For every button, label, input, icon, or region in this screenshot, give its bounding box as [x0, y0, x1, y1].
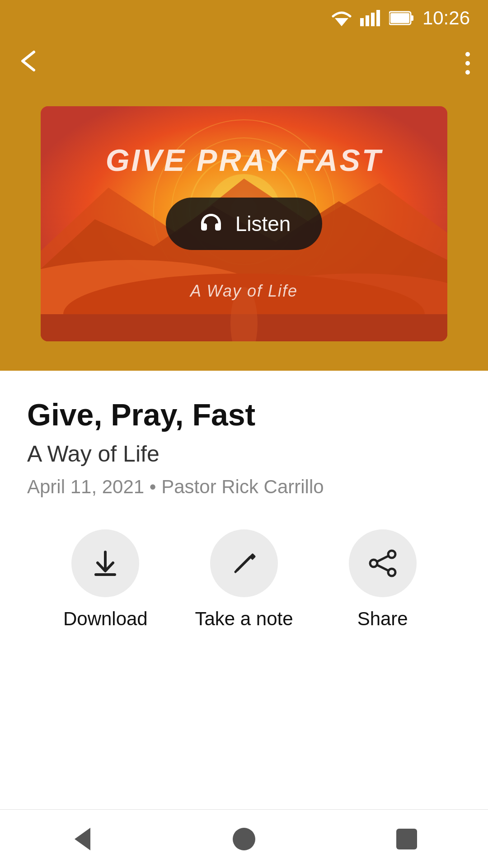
svg-marker-0 [335, 18, 348, 26]
status-icons: 10:26 [331, 7, 470, 29]
svg-rect-1 [360, 18, 364, 26]
note-circle [210, 529, 278, 597]
signal-icon [360, 10, 381, 26]
svg-line-22 [237, 557, 250, 570]
download-circle [71, 529, 139, 597]
svg-point-24 [388, 551, 395, 558]
dot [465, 61, 470, 66]
svg-rect-7 [390, 13, 409, 23]
sermon-date: April 11, 2021 [27, 476, 144, 497]
content-section: Give, Pray, Fast A Way of Life April 11,… [0, 371, 488, 652]
svg-marker-29 [75, 828, 90, 850]
home-nav-icon [228, 823, 260, 855]
actions-row: Download Take a note [27, 529, 461, 630]
note-icon [228, 547, 260, 579]
sermon-title: Give, Pray, Fast [27, 398, 461, 432]
svg-rect-3 [371, 13, 375, 26]
nav-home-button[interactable] [228, 823, 260, 855]
status-bar: 10:26 [0, 0, 488, 36]
svg-line-27 [377, 556, 388, 561]
note-label: Take a note [195, 608, 293, 630]
dot [465, 52, 470, 57]
svg-point-30 [233, 828, 255, 850]
status-time: 10:26 [422, 7, 470, 29]
meta-separator: • [150, 476, 161, 497]
dot [465, 70, 470, 75]
svg-rect-6 [411, 15, 413, 21]
take-note-action[interactable]: Take a note [175, 529, 314, 630]
download-label: Download [63, 608, 148, 630]
svg-point-25 [388, 569, 395, 576]
share-icon [367, 547, 399, 579]
svg-rect-4 [376, 10, 380, 26]
toolbar [0, 36, 488, 90]
share-circle [349, 529, 417, 597]
sermon-art-title: GIVE PRAY FAST [41, 142, 447, 178]
sermon-series: A Way of Life [27, 441, 461, 467]
headphone-icon [197, 210, 225, 237]
listen-button[interactable]: Listen [166, 198, 323, 250]
back-nav-icon [66, 823, 97, 855]
back-button[interactable] [18, 50, 45, 77]
nav-stop-button[interactable] [391, 823, 422, 855]
svg-rect-31 [396, 829, 417, 849]
sermon-pastor: Pastor Rick Carrillo [161, 476, 324, 497]
listen-label: Listen [235, 212, 291, 236]
sermon-meta: April 11, 2021 • Pastor Rick Carrillo [27, 476, 461, 498]
bottom-nav [0, 809, 488, 868]
svg-rect-2 [366, 15, 369, 26]
sermon-card: GIVE PRAY FAST A Way of Life Listen [41, 106, 447, 341]
more-options-button[interactable] [465, 52, 470, 75]
sermon-art-subtitle: A Way of Life [41, 282, 447, 301]
svg-line-23 [235, 570, 237, 572]
hero-section: GIVE PRAY FAST A Way of Life Listen [0, 90, 488, 371]
download-icon [89, 547, 121, 579]
share-action[interactable]: Share [313, 529, 452, 630]
svg-line-28 [377, 565, 388, 571]
stop-nav-icon [391, 823, 422, 855]
nav-back-button[interactable] [66, 823, 97, 855]
svg-point-26 [370, 560, 377, 567]
wifi-icon [331, 10, 352, 26]
download-action[interactable]: Download [36, 529, 175, 630]
battery-icon [389, 10, 414, 26]
share-label: Share [357, 608, 408, 630]
